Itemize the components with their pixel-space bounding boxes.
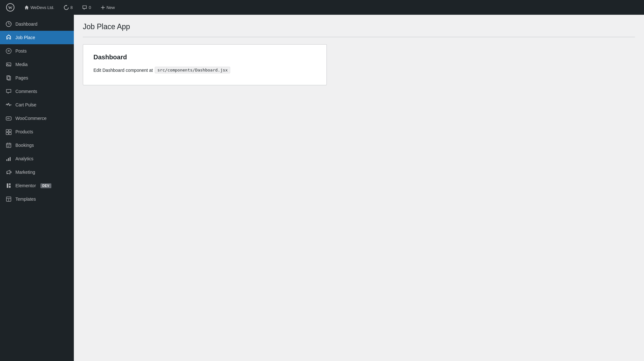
svg-rect-27 (9, 186, 11, 188)
sidebar-label-media: Media (15, 62, 28, 67)
sidebar-item-dashboard[interactable]: Dashboard (0, 17, 74, 31)
products-icon (5, 128, 12, 135)
title-divider (83, 37, 635, 37)
svg-rect-26 (9, 183, 11, 185)
sidebar-item-pages[interactable]: Pages (0, 71, 74, 85)
svg-rect-12 (9, 130, 11, 132)
sidebar-label-products: Products (15, 129, 33, 134)
updates-button[interactable]: 8 (62, 4, 74, 11)
svg-rect-11 (6, 130, 8, 132)
svg-rect-23 (10, 157, 11, 161)
sidebar-item-products[interactable]: Products (0, 125, 74, 139)
sidebar-item-analytics[interactable]: Analytics (0, 152, 74, 165)
pages-icon (5, 74, 12, 81)
wp-logo-button[interactable]: W (4, 2, 17, 13)
page-title: Job Place App (83, 22, 635, 31)
sidebar-label-pages: Pages (15, 75, 28, 80)
content-area: Job Place App Dashboard Edit Dashboard c… (74, 15, 644, 361)
admin-bar: W WeDevs Ltd. 8 0 New (0, 0, 644, 15)
job-place-icon (5, 34, 12, 41)
sidebar-item-elementor[interactable]: Elementor DEV (0, 179, 74, 192)
woocommerce-icon (5, 115, 12, 122)
sidebar-item-templates[interactable]: Templates (0, 192, 74, 206)
svg-rect-21 (6, 159, 7, 161)
elementor-icon (5, 182, 12, 189)
new-content-button[interactable]: New (99, 4, 117, 11)
sidebar: Dashboard Job Place Posts Media (0, 15, 74, 361)
site-name-label: WeDevs Ltd. (30, 5, 54, 10)
updates-icon (64, 5, 69, 10)
svg-rect-22 (8, 158, 9, 161)
templates-icon (5, 196, 12, 203)
home-icon (24, 5, 29, 10)
sidebar-item-job-place[interactable]: Job Place (0, 31, 74, 44)
sidebar-label-cart-pulse: Cart Pulse (15, 102, 36, 107)
dashboard-card: Dashboard Edit Dashboard component at sr… (83, 44, 327, 85)
analytics-icon (5, 155, 12, 162)
svg-text:W: W (8, 5, 13, 10)
sidebar-label-comments: Comments (15, 89, 37, 94)
sidebar-label-marketing: Marketing (15, 170, 35, 175)
site-name-button[interactable]: WeDevs Ltd. (22, 4, 56, 11)
comments-button[interactable]: 0 (80, 4, 93, 11)
media-icon (5, 61, 12, 68)
dashboard-icon (5, 21, 12, 28)
card-code-snippet: src/components/Dashboard.jsx (155, 67, 230, 73)
svg-point-3 (6, 48, 11, 54)
elementor-dev-badge: DEV (40, 183, 51, 188)
svg-rect-14 (9, 132, 11, 135)
sidebar-label-dashboard: Dashboard (15, 21, 38, 27)
plus-icon (101, 5, 105, 10)
wordpress-logo-icon: W (6, 3, 15, 12)
sidebar-item-woocommerce[interactable]: WooCommerce (0, 112, 74, 125)
sidebar-label-posts: Posts (15, 48, 27, 54)
comments-icon (82, 5, 87, 10)
sidebar-item-marketing[interactable]: Marketing (0, 165, 74, 179)
posts-icon (5, 47, 12, 55)
sidebar-label-analytics: Analytics (15, 156, 33, 161)
sidebar-item-cart-pulse[interactable]: Cart Pulse (0, 98, 74, 112)
svg-point-24 (10, 172, 12, 173)
sidebar-item-bookings[interactable]: Bookings (0, 139, 74, 152)
comments-count: 0 (89, 5, 91, 10)
svg-rect-13 (6, 132, 8, 135)
sidebar-label-elementor: Elementor (15, 183, 36, 188)
updates-count: 8 (70, 5, 73, 10)
sidebar-label-bookings: Bookings (15, 143, 34, 148)
new-label: New (107, 5, 115, 10)
marketing-icon (5, 169, 12, 176)
sidebar-label-woocommerce: WooCommerce (15, 116, 47, 121)
svg-rect-15 (6, 143, 11, 147)
sidebar-item-media[interactable]: Media (0, 58, 74, 71)
comments-sidebar-icon (5, 88, 12, 95)
card-body-text: Edit Dashboard component at (93, 68, 153, 73)
bookings-icon (5, 142, 12, 149)
sidebar-label-job-place: Job Place (15, 35, 35, 40)
card-title: Dashboard (93, 54, 316, 61)
sidebar-item-comments[interactable]: Comments (0, 85, 74, 98)
cart-pulse-icon (5, 101, 12, 108)
sidebar-label-templates: Templates (15, 197, 36, 202)
card-body: Edit Dashboard component at src/componen… (93, 67, 316, 73)
svg-rect-25 (7, 183, 8, 188)
main-layout: Dashboard Job Place Posts Media (0, 15, 644, 361)
sidebar-item-posts[interactable]: Posts (0, 44, 74, 58)
